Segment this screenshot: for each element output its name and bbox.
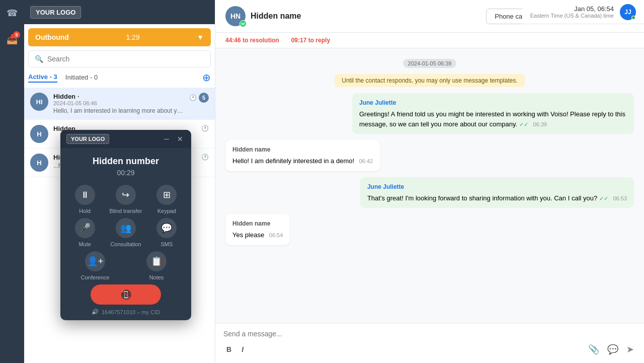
conv-meta: 🕐 (201, 125, 209, 132)
call-timer: 00:29 (60, 169, 191, 177)
phone-nav-icon[interactable]: ☎ (3, 4, 21, 22)
message-sent: June Juliette Greetings! A friend told u… (352, 93, 634, 134)
call-popup-header: YOUR LOGO ─ ✕ (60, 130, 191, 148)
hold-icon: ⏸ (75, 185, 95, 205)
call-actions-row1: ⏸ Hold ↪ Blind transfer ⊞ Keypad (60, 177, 191, 218)
call-actions-row2: 🎤 Mute 👥 Consultation 💬 SMS (60, 218, 191, 251)
conv-preview: Hello, I am interested in learning more … (53, 107, 184, 114)
clock-icon: 🕐 (189, 94, 197, 101)
date-divider: 2024-01-05 06:39 (225, 58, 634, 68)
sms-button[interactable]: 💬 SMS (148, 218, 185, 247)
chat-input[interactable] (223, 330, 636, 338)
search-input[interactable] (47, 55, 204, 63)
avatar: H (30, 154, 48, 172)
chat-contact-name: Hidden name (251, 12, 301, 21)
call-popup-controls: ─ ✕ (162, 134, 185, 144)
conv-name: Hidden (53, 93, 75, 100)
msg-time: 06:42 (359, 158, 373, 164)
msg-text: Greetings! A friend told us you might be… (359, 110, 625, 128)
blind-transfer-label: Blind transfer (110, 208, 142, 214)
mute-icon: 🎤 (75, 218, 95, 238)
inbox-badge: 5 (13, 31, 20, 38)
clock-icon: 🕐 (201, 154, 209, 161)
send-button[interactable]: ➤ (624, 342, 636, 357)
cid-row: 🔊 16467571010 – my CID (60, 309, 191, 320)
user-avatar[interactable]: JJ (620, 4, 636, 20)
reply-timer: 09:17 to reply (291, 37, 330, 44)
conv-count: 5 (199, 93, 209, 103)
speaker-icon: 🔊 (92, 309, 99, 315)
chat-avatar: HN W (225, 6, 246, 26)
call-actions-row3: 👤+ Conference 📋 Notes (60, 251, 191, 284)
attach-button[interactable]: 📎 (586, 342, 601, 357)
clock-icon: 🕐 (201, 125, 209, 132)
cid-text: 16467571010 – my CID (102, 309, 160, 315)
chat-action-buttons: 📎 💬 ➤ (586, 342, 636, 357)
conference-button[interactable]: 👤+ Conference (66, 251, 124, 280)
format-buttons: B I (223, 343, 247, 355)
minimize-button[interactable]: ─ (162, 134, 171, 144)
call-popup: YOUR LOGO ─ ✕ Hidden number 00:29 ⏸ Hold… (60, 130, 191, 320)
outbound-chevron: ▼ (197, 33, 204, 41)
search-bar[interactable]: 🔍 (28, 50, 211, 67)
message-received: Hidden name Yes please 06:54 (225, 214, 290, 245)
keypad-icon: ⊞ (156, 185, 177, 205)
bold-button[interactable]: B (223, 343, 234, 355)
msg-check: ✓✓ (599, 195, 608, 201)
msg-check: ✓✓ (519, 121, 528, 127)
sidebar: ☎ 📥 5 (0, 0, 24, 363)
system-message: Until the contact responds, you may only… (335, 74, 525, 87)
msg-sender: June Juliette (367, 182, 627, 191)
notes-button[interactable]: 📋 Notes (128, 251, 185, 280)
hangup-button[interactable]: 📵 (91, 284, 161, 305)
message-sent: June Juliette That's great! I'm looking … (360, 177, 634, 208)
conv-info: Hidden ▪ 2024-01-05 06:46 Hello, I am in… (53, 93, 184, 114)
italic-button[interactable]: I (238, 343, 247, 355)
msg-sender: Hidden name (232, 145, 373, 154)
blind-transfer-icon: ↪ (116, 185, 136, 205)
avatar: HI (30, 93, 48, 111)
mute-label: Mute (78, 241, 91, 247)
tab-active[interactable]: Active - 3 (28, 73, 57, 83)
close-button[interactable]: ✕ (175, 134, 185, 144)
conference-icon: 👤+ (85, 251, 105, 271)
messages-area: 2024-01-05 06:39 Until the contact respo… (215, 48, 644, 323)
sms-label: SMS (160, 241, 173, 247)
chat-area: HN W Hidden name Phone call Forward 📦 Ar… (215, 0, 644, 363)
conv-date: 2024-01-05 06:46 (53, 100, 184, 106)
template-button[interactable]: 💬 (605, 342, 620, 357)
conversation-item[interactable]: HI Hidden ▪ 2024-01-05 06:46 Hello, I am… (24, 88, 215, 120)
blind-transfer-button[interactable]: ↪ Blind transfer (107, 185, 144, 214)
call-popup-logo: YOUR LOGO (66, 134, 109, 144)
keypad-label: Keypad (157, 208, 176, 214)
notes-icon: 📋 (146, 251, 167, 271)
user-status-dot (631, 16, 635, 20)
add-conversation-button[interactable]: ⊕ (202, 71, 211, 84)
hold-button[interactable]: ⏸ Hold (66, 185, 103, 214)
search-icon: 🔍 (35, 55, 43, 63)
consultation-button[interactable]: 👥 Consultation (107, 218, 144, 247)
msg-time: 06:39 (533, 121, 547, 127)
chat-contact: HN W Hidden name (225, 6, 301, 26)
hangup-row: 📵 (60, 284, 191, 309)
tabs-row: Active - 3 Initiated - 0 ⊕ (24, 71, 215, 88)
tab-initiated[interactable]: Initiated - 0 (65, 74, 98, 82)
msg-text: Hello! I am definitely interested in a d… (232, 157, 354, 165)
outbound-label: Outbound (35, 33, 69, 41)
logo-bar: YOUR LOGO (24, 0, 215, 24)
outbound-bar[interactable]: Outbound 1:29 ▼ (28, 28, 211, 46)
conv-meta: 🕐 (201, 154, 209, 161)
logo: YOUR LOGO (30, 6, 81, 19)
datetime: Jan 05, 06:54 (530, 5, 614, 13)
msg-time: 06:54 (269, 232, 283, 238)
avatar: H (30, 125, 48, 143)
keypad-button[interactable]: ⊞ Keypad (148, 185, 185, 214)
inbox-nav-icon[interactable]: 📥 5 (3, 30, 21, 48)
message-received: Hidden name Hello! I am definitely inter… (225, 140, 380, 171)
msg-text: Yes please (232, 231, 264, 239)
resolution-timer: 44:46 to resolution (225, 37, 279, 44)
conference-label: Conference (81, 274, 110, 280)
mute-button[interactable]: 🎤 Mute (66, 218, 103, 247)
conv-meta: 🕐 5 (189, 93, 209, 103)
hold-label: Hold (79, 208, 91, 214)
